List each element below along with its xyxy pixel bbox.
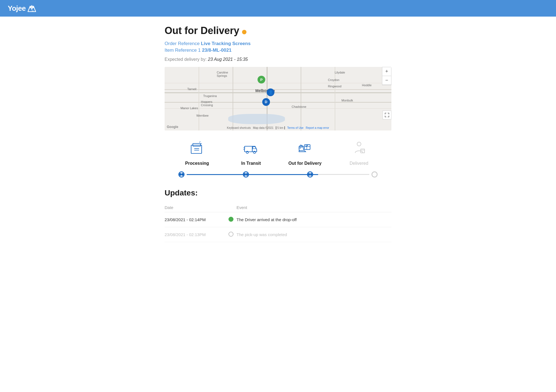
step-label-delivered: Delivered (350, 161, 368, 166)
col-header-event: Event (237, 203, 391, 212)
logo: Yojee ™ (8, 4, 37, 13)
updates-title: Updates: (165, 189, 391, 197)
map-label-tarneit: Tarneit (187, 87, 196, 91)
progress-line-bg (187, 174, 369, 175)
map-controls: + − (382, 67, 391, 85)
map-footer: Keyboard shortcuts Map data ©2021 5 km T… (165, 126, 391, 129)
map-label-hoppers-crossing: HoppersCrossing (201, 100, 213, 107)
step-delivered: Delivered (332, 139, 386, 166)
step-label-processing: Processing (185, 161, 209, 166)
map-label-hoddle: Hoddle (362, 83, 371, 87)
item-ref-value: 23/8-ML-0021 (202, 48, 232, 53)
app-header: Yojee ™ (0, 0, 556, 17)
status-dot (242, 30, 246, 34)
updates-section: Updates: Date Event 23/08/2021 - 02:14PM… (165, 189, 391, 242)
terms-of-use[interactable]: Terms of Use (287, 126, 303, 129)
map-label-monbulk: Monbulk (342, 99, 353, 102)
order-ref-line: Order Reference Live Tracking Screens (165, 41, 391, 46)
updates-header-row: Date Event (165, 203, 391, 212)
update-dot-1 (228, 232, 233, 237)
map-marker-person: 👤 (267, 88, 274, 96)
svg-line-7 (199, 142, 200, 142)
map-label-werribee: Werribee (196, 114, 209, 117)
step-icon-delivered (349, 139, 369, 158)
map-background: CarolineSprings Tarneit Truganina Hopper… (165, 67, 391, 130)
step-icon-processing (188, 139, 207, 158)
map-label-truganina: Truganina (203, 94, 217, 98)
map-marker-p: P (258, 76, 265, 83)
step-out-for-delivery: Out for Delivery (278, 139, 332, 166)
step-label-out-for-delivery: Out for Delivery (288, 161, 321, 166)
expected-value: 23 Aug 2021 - 15:35 (208, 57, 248, 62)
item-ref-line: Item Reference 1 23/8-ML-0021 (165, 48, 391, 53)
update-date-0: 23/08/2021 - 02:14PM (165, 212, 225, 227)
step-icon-out-for-delivery (295, 139, 315, 158)
expected-label: Expected delivery by: (165, 57, 207, 62)
map-data-text: Map data ©2021 (253, 126, 274, 129)
scale-text: 5 km (276, 126, 285, 129)
progress-dot-3 (307, 171, 313, 177)
logo-icon: ™ (27, 4, 37, 13)
step-processing: Processing (170, 139, 224, 166)
map-label-manor-lakes: Manor Lakes (180, 106, 198, 110)
progress-dot-1 (178, 171, 185, 177)
logo-text: Yojee (8, 4, 26, 13)
progress-track (165, 171, 391, 177)
progress-dot-4 (371, 171, 378, 177)
keyboard-shortcuts[interactable]: Keyboard shortcuts (227, 126, 251, 129)
step-label-in-transit: In Transit (241, 161, 261, 166)
map-label-chadstone: Chadstone (292, 105, 306, 108)
order-ref-label: Order Reference (165, 41, 200, 46)
status-steps: Processing In (165, 139, 391, 166)
map-marker-d: D (262, 98, 270, 106)
zoom-out-button[interactable]: − (382, 76, 391, 85)
update-dot-0 (228, 217, 233, 222)
map-label-ringwood: Ringwood (328, 85, 341, 88)
progress-line-filled (187, 174, 318, 175)
expected-delivery: Expected delivery by: 23 Aug 2021 - 15:3… (165, 57, 391, 62)
update-event-0: The Driver arrived at the drop-off (237, 212, 391, 227)
step-icon-in-transit (241, 139, 261, 158)
order-ref-value: Live Tracking Screens (201, 41, 251, 46)
map-label-croydon: Croydon (328, 78, 339, 82)
map-label-caroline-springs: CarolineSprings (217, 71, 228, 77)
col-header-icon (225, 203, 237, 212)
updates-table: Date Event 23/08/2021 - 02:14PMThe Drive… (165, 203, 391, 242)
svg-rect-10 (245, 146, 252, 152)
update-icon-1 (225, 227, 237, 242)
update-event-1: The pick-up was completed (237, 227, 391, 242)
map-container: CarolineSprings Tarneit Truganina Hopper… (165, 67, 391, 130)
item-ref-label: Item Reference 1 (165, 48, 201, 53)
update-date-1: 23/08/2021 - 02:13PM (165, 227, 225, 242)
svg-point-18 (357, 142, 361, 146)
report-error[interactable]: Report a map error (306, 126, 329, 129)
svg-text:™: ™ (31, 10, 34, 13)
svg-rect-15 (305, 145, 310, 150)
main-content: Out for Delivery Order Reference Live Tr… (154, 17, 402, 250)
update-row-0: 23/08/2021 - 02:14PMThe Driver arrived a… (165, 212, 391, 227)
zoom-in-button[interactable]: + (382, 67, 391, 76)
map-label-lilydale: Lilydale (335, 71, 345, 74)
fullscreen-button[interactable] (383, 111, 391, 119)
progress-dot-2 (243, 171, 249, 177)
col-header-date: Date (165, 203, 225, 212)
step-in-transit: In Transit (224, 139, 278, 166)
update-row-1: 23/08/2021 - 02:13PMThe pick-up was comp… (165, 227, 391, 242)
delivery-status-title: Out for Delivery (165, 25, 239, 36)
update-icon-0 (225, 212, 237, 227)
